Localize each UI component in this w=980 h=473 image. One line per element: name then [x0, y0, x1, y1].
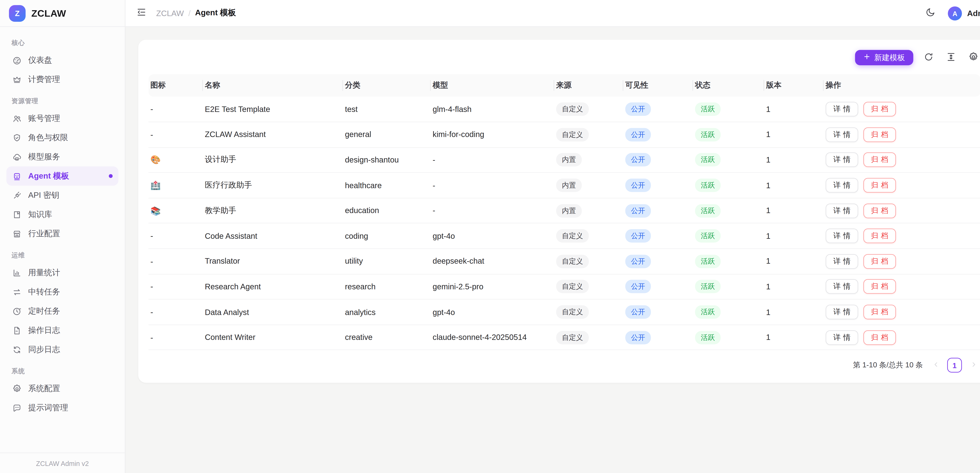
sidebar-item-clock[interactable]: 定时任务: [6, 301, 118, 321]
user-menu[interactable]: A Admin: [948, 6, 980, 20]
column-header: 状态: [693, 74, 764, 97]
sidebar-item-message[interactable]: 提示词管理: [6, 398, 118, 417]
archive-button[interactable]: 归档: [863, 203, 896, 218]
archive-button[interactable]: 归档: [863, 127, 896, 142]
brand-title: ZCLAW: [31, 8, 66, 19]
detail-button[interactable]: 详情: [826, 153, 858, 167]
sidebar-item-label: 仪表盘: [28, 55, 52, 66]
breadcrumb-root[interactable]: ZCLAW: [156, 9, 184, 18]
sidebar-item-users[interactable]: 账号管理: [6, 109, 118, 128]
cell-name: Code Assistant: [203, 223, 343, 248]
row-actions: 详情归档: [826, 305, 975, 319]
cell-status: 活跃: [693, 223, 764, 248]
cell-actions: 详情归档: [824, 147, 980, 173]
cell-icon: -: [149, 122, 203, 147]
status-badge: 活跃: [695, 255, 721, 268]
sidebar-item-sync[interactable]: 同步日志: [6, 340, 118, 359]
prev-page-button[interactable]: [930, 358, 942, 373]
source-badge: 自定义: [556, 128, 589, 142]
message-icon: [12, 403, 22, 412]
archive-button[interactable]: 归档: [863, 279, 896, 294]
sidebar-item-shield-check[interactable]: 角色与权限: [6, 128, 118, 147]
cell-status: 活跃: [693, 274, 764, 299]
sidebar-item-label: Agent 模板: [28, 170, 69, 182]
cell-category: analytics: [343, 299, 431, 325]
cell-name: 医疗行政助手: [203, 173, 343, 198]
main-area: ZCLAW / Agent 模板 A Admin 新建模板: [126, 0, 980, 473]
detail-button[interactable]: 详情: [826, 203, 858, 218]
column-header: 名称: [203, 74, 343, 97]
detail-button[interactable]: 详情: [826, 279, 858, 294]
robot-icon: [12, 171, 22, 181]
detail-button[interactable]: 详情: [826, 330, 858, 345]
cell-name: Data Analyst: [203, 299, 343, 325]
cell-source: 内置: [554, 147, 624, 173]
menu-fold-icon: [137, 7, 146, 19]
next-page-button[interactable]: [968, 358, 979, 373]
new-template-button[interactable]: 新建模板: [855, 50, 913, 65]
cell-source: 内置: [554, 173, 624, 198]
archive-button[interactable]: 归档: [863, 229, 896, 244]
cell-model: -: [431, 173, 554, 198]
cell-visibility: 公开: [623, 173, 693, 198]
sidebar-item-crown[interactable]: 计费管理: [6, 70, 118, 89]
cell-model: glm-4-flash: [431, 97, 554, 122]
cell-source: 自定义: [554, 249, 624, 274]
sidebar-collapse-button[interactable]: [134, 6, 149, 20]
archive-button[interactable]: 归档: [863, 178, 896, 193]
sidebar-item-store[interactable]: 行业配置: [6, 224, 118, 243]
refresh-button[interactable]: [921, 51, 936, 65]
detail-button[interactable]: 详情: [826, 127, 858, 142]
sidebar-item-gauge[interactable]: 仪表盘: [6, 51, 118, 70]
sidebar-item-label: 行业配置: [28, 228, 60, 239]
page-content: 新建模板 图标名称分类模型来源可见性状态版本操作: [126, 27, 980, 473]
sidebar-item-file-text[interactable]: 操作日志: [6, 321, 118, 340]
sidebar-item-gear[interactable]: 系统配置: [6, 379, 118, 398]
detail-button[interactable]: 详情: [826, 305, 858, 319]
sidebar-item-bar-chart[interactable]: 用量统计: [6, 263, 118, 282]
row-actions: 详情归档: [826, 153, 975, 167]
archive-button[interactable]: 归档: [863, 305, 896, 319]
sidebar-item-swap[interactable]: 中转任务: [6, 282, 118, 301]
row-actions: 详情归档: [826, 203, 975, 218]
cell-model: gpt-4o: [431, 223, 554, 248]
detail-button[interactable]: 详情: [826, 254, 858, 269]
sidebar-item-label: 用量统计: [28, 267, 60, 278]
row-actions: 详情归档: [826, 102, 975, 116]
sidebar-item-book[interactable]: 知识库: [6, 205, 118, 224]
theme-toggle-button[interactable]: [924, 6, 938, 20]
column-header: 操作: [824, 74, 980, 97]
sidebar-item-robot[interactable]: Agent 模板: [6, 166, 118, 186]
column-header: 版本: [764, 74, 824, 97]
page-1-button[interactable]: 1: [947, 358, 962, 373]
cloud-server-icon: [12, 152, 22, 162]
archive-button[interactable]: 归档: [863, 153, 896, 167]
cell-icon: 📚: [149, 198, 203, 223]
column-header: 模型: [431, 74, 554, 97]
detail-button[interactable]: 详情: [826, 102, 858, 116]
cell-status: 活跃: [693, 299, 764, 325]
breadcrumb-current: Agent 模板: [195, 8, 236, 19]
detail-button[interactable]: 详情: [826, 178, 858, 193]
table-settings-button[interactable]: [966, 51, 980, 65]
detail-button[interactable]: 详情: [826, 229, 858, 244]
status-badge: 活跃: [695, 229, 721, 243]
status-badge: 活跃: [695, 128, 721, 142]
sidebar-item-plug[interactable]: API 密钥: [6, 186, 118, 205]
sidebar-item-label: 账号管理: [28, 113, 60, 124]
sidebar-item-cloud-server[interactable]: 模型服务: [6, 147, 118, 166]
stage: Z ZCLAW 核心仪表盘计费管理资源管理账号管理角色与权限模型服务Agent …: [0, 0, 980, 473]
archive-button[interactable]: 归档: [863, 102, 896, 116]
source-badge: 自定义: [556, 306, 589, 319]
cell-visibility: 公开: [623, 325, 693, 350]
moon-icon: [926, 7, 936, 19]
table-row: -Research Agentresearchgemini-2.5-pro自定义…: [149, 274, 980, 299]
cell-source: 自定义: [554, 274, 624, 299]
archive-button[interactable]: 归档: [863, 330, 896, 345]
cell-name: Translator: [203, 249, 343, 274]
archive-button[interactable]: 归档: [863, 254, 896, 269]
reload-icon: [924, 51, 934, 64]
table-row: -Data Analystanalyticsgpt-4o自定义公开活跃1详情归档: [149, 299, 980, 325]
cell-version: 1: [764, 274, 824, 299]
row-density-button[interactable]: [944, 51, 958, 65]
